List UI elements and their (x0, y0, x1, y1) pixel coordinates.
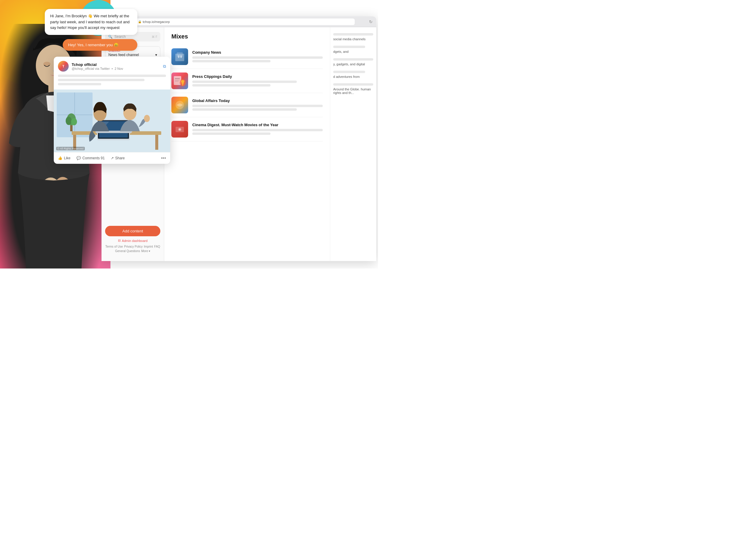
footer-link-general[interactable]: General Questions (115, 249, 140, 253)
footer-link-imprint[interactable]: Imprint (144, 245, 153, 248)
footer-link-privacy[interactable]: Privacy Policy (124, 245, 143, 248)
chat-area: Hi Jane, I'm Brooklyn 👋 We met briefly a… (45, 9, 137, 51)
mix-title-company-news: Company News (192, 50, 323, 55)
skeleton-line (192, 81, 297, 83)
sidebar-footer: Add content ⊟ Admin dashboard Terms of U… (102, 222, 164, 256)
url-text: tchop.io/megacorp (143, 20, 170, 23)
skeleton-line (192, 105, 323, 107)
post-avatar: T (58, 61, 69, 72)
right-panel-item-3: y, gadgets, and digital (333, 58, 373, 66)
refresh-icon[interactable]: ↻ (369, 20, 373, 24)
mix-title-cinema-digest: Cinema Digest. Must-Watch Movies of the … (192, 123, 323, 127)
mix-info-cinema-digest: Cinema Digest. Must-Watch Movies of the … (192, 123, 323, 136)
share-label: Share (115, 156, 125, 160)
add-content-button[interactable]: Add content (105, 226, 160, 236)
mixes-list: Company News (164, 45, 330, 142)
skeleton-line (333, 33, 373, 35)
skeleton-line (333, 58, 373, 61)
comments-label: Comments 91 (82, 156, 105, 160)
skeleton-line (58, 75, 166, 77)
footer-link-more[interactable]: More ▾ (141, 249, 151, 253)
skeleton-line (333, 83, 373, 86)
post-actions: 👍 Like 💬 Comments 91 ↗ Share ••• (54, 152, 170, 164)
like-button[interactable]: 👍 Like (58, 156, 70, 160)
skeleton-line (333, 46, 365, 48)
sent-message-text: Hey! Yes, I remember you 😀 (68, 43, 118, 47)
lock-icon: 🔒 (138, 20, 142, 23)
right-panel-text-1: social media channels (333, 37, 366, 41)
svg-rect-12 (180, 56, 182, 58)
svg-point-2 (43, 62, 51, 66)
svg-rect-11 (178, 56, 179, 58)
skeleton-line (192, 57, 323, 59)
post-skeleton-lines (54, 75, 170, 90)
svg-point-32 (66, 117, 72, 125)
copyright-text: © All Rights Reserved (56, 147, 85, 150)
skeleton-line (192, 108, 297, 111)
mix-thumb-global-affairs (171, 97, 188, 113)
svg-rect-29 (155, 135, 158, 150)
mix-item-company-news[interactable]: Company News (171, 45, 323, 69)
admin-dashboard-link[interactable]: ⊟ Admin dashboard (105, 239, 160, 243)
mix-info-press-clippings: Press Clippings Daily (192, 74, 323, 88)
right-panel-item-1: social media channels (333, 33, 373, 41)
footer-links: Terms of Use Privacy Policy Imprint FAQ … (105, 245, 160, 253)
skeleton-line (192, 129, 323, 131)
mix-thumb-company-news (171, 48, 188, 65)
skeleton-line (58, 79, 145, 81)
svg-point-41 (144, 115, 150, 122)
post-image: © All Rights Reserved (54, 90, 170, 152)
share-button[interactable]: ↗ Share (111, 156, 125, 160)
right-panel: social media channels dgets, and y, gadg… (330, 27, 376, 261)
share-icon: ↗ (111, 156, 114, 160)
right-panel-item-5: Around the Globe. human rights and th... (333, 83, 373, 95)
chevron-down-icon: ▾ (155, 53, 157, 57)
comments-button[interactable]: 💬 Comments 91 (76, 156, 105, 160)
post-handle-date: @tchop_official via Twitter • 2 Nov (72, 67, 123, 70)
right-panel-text-4: d adventures from (333, 75, 360, 78)
external-link-icon[interactable]: ⧉ (163, 64, 166, 69)
mix-info-global-affairs: Global Affairs Today (192, 99, 323, 112)
comments-icon: 💬 (76, 156, 81, 160)
svg-point-33 (71, 118, 77, 125)
post-header: T Tchop official @tchop_official via Twi… (54, 57, 170, 75)
post-date: 2 Nov (115, 67, 123, 70)
right-panel-item-4: d adventures from (333, 71, 373, 78)
mix-item-cinema-digest[interactable]: Cinema Digest. Must-Watch Movies of the … (171, 117, 323, 142)
browser-titlebar: 🔒 tchop.io/megacorp ↻ (102, 17, 376, 27)
skeleton-line (192, 60, 271, 62)
admin-icon: ⊟ (118, 239, 121, 243)
sent-message-bubble: Hey! Yes, I remember you 😀 (63, 39, 137, 51)
like-icon: 👍 (58, 156, 63, 160)
mix-title-global-affairs: Global Affairs Today (192, 99, 323, 103)
skeleton-line (192, 133, 271, 135)
admin-link-text: Admin dashboard (122, 239, 148, 243)
channel-name: News feed channel (109, 53, 139, 57)
received-message-bubble: Hi Jane, I'm Brooklyn 👋 We met briefly a… (45, 9, 137, 35)
mix-item-press-clippings[interactable]: Press Clippings Daily (171, 69, 323, 93)
mix-item-global-affairs[interactable]: Global Affairs Today (171, 93, 323, 117)
received-message-text: Hi Jane, I'm Brooklyn 👋 We met briefly a… (50, 14, 130, 30)
url-bar[interactable]: 🔒 tchop.io/megacorp (135, 19, 355, 25)
footer-link-terms[interactable]: Terms of Use (106, 245, 123, 248)
mix-title-press-clippings: Press Clippings Daily (192, 74, 323, 79)
post-author-name: Tchop official (72, 62, 123, 67)
skeleton-line (58, 83, 101, 85)
mix-info-company-news: Company News (192, 50, 323, 63)
skeleton-line (192, 84, 271, 87)
footer-link-faq[interactable]: FAQ (154, 245, 160, 248)
right-panel-text-3: y, gadgets, and digital (333, 62, 365, 66)
right-panel-text-2: dgets, and (333, 50, 348, 53)
post-handle-text: @tchop_official via Twitter (72, 67, 110, 70)
right-panel-item-2: dgets, and (333, 46, 373, 53)
page-title: Mixes (164, 27, 330, 45)
search-shortcut: ⌘ F (152, 35, 157, 38)
main-content: Mixes (164, 27, 330, 261)
mix-thumb-press-clippings (171, 72, 188, 89)
more-actions-button[interactable]: ••• (161, 155, 166, 161)
right-panel-text-5: Around the Globe. human rights and th... (333, 87, 371, 95)
like-label: Like (64, 156, 70, 160)
svg-point-21 (179, 129, 180, 130)
skeleton-line (333, 71, 365, 73)
mix-thumb-cinema-digest (171, 121, 188, 138)
